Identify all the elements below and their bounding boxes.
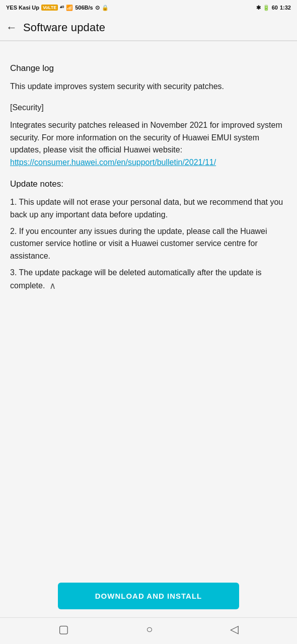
download-install-button[interactable]: DOWNLOAD AND INSTALL: [58, 583, 239, 609]
bottom-area: DOWNLOAD AND INSTALL: [0, 573, 297, 617]
lock-icon: 🔒: [102, 5, 109, 11]
security-link[interactable]: https://consumer.huawei.com/en/support/b…: [10, 158, 216, 167]
status-left: YES Kasi Up VoLTE ⁴⁰ 📶 506B/s ⊙ 🔒: [6, 5, 109, 11]
signal-icon: 📶: [66, 5, 73, 11]
recents-button[interactable]: ▢: [58, 623, 69, 636]
home-button[interactable]: ○: [146, 623, 153, 636]
notes-section: 1. This update will not erase your perso…: [10, 196, 287, 293]
note-1: 1. This update will not erase your perso…: [10, 196, 287, 221]
carrier-text: YES Kasi Up: [6, 5, 39, 11]
back-nav-button[interactable]: ◁: [230, 623, 239, 636]
change-log-label: Change log: [10, 63, 287, 73]
status-bar: YES Kasi Up VoLTE ⁴⁰ 📶 506B/s ⊙ 🔒 ✱ 🔋 60…: [0, 0, 297, 15]
time-text: 1:32: [280, 5, 291, 11]
description-text: This update improves system security wit…: [10, 80, 287, 93]
status-right: ✱ 🔋 60 1:32: [256, 5, 291, 11]
network-badge: VoLTE: [41, 5, 58, 11]
nav-bar: ▢ ○ ◁: [0, 617, 297, 644]
battery-icon: 🔋: [263, 5, 270, 11]
header-divider: [0, 41, 297, 41]
page-header: ← Software update: [0, 15, 297, 41]
security-detail: Integrates security patches released in …: [10, 119, 287, 169]
note-3: 3. The update package will be deleted au…: [10, 267, 287, 293]
network-4g: ⁴⁰: [60, 5, 64, 11]
message-icon: ⊙: [95, 5, 100, 11]
speed-text: 506B/s: [75, 5, 93, 11]
security-detail-text: Integrates security patches released in …: [10, 121, 282, 154]
page-title: Software update: [23, 21, 105, 34]
content-area: Change log This update improves system s…: [0, 51, 297, 573]
update-notes-label: Update notes:: [10, 179, 287, 189]
security-tag: [Security]: [10, 103, 287, 112]
battery-level: 60: [272, 5, 278, 11]
bluetooth-icon: ✱: [256, 5, 261, 11]
back-button[interactable]: ←: [6, 22, 17, 33]
note-2: 2. If you encounter any issues during th…: [10, 225, 287, 263]
collapse-icon[interactable]: ∧: [49, 279, 56, 293]
